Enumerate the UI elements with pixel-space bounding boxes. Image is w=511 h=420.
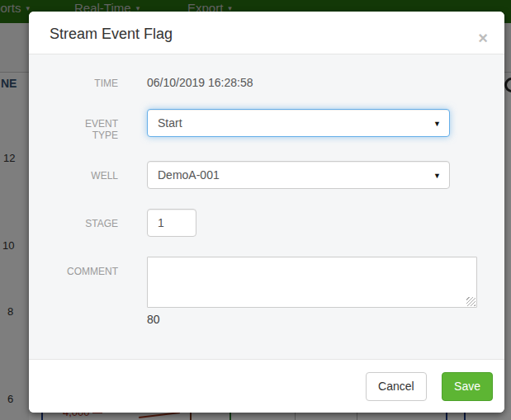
comment-row: COMMENT 80 <box>29 257 504 326</box>
comment-chars-remaining: 80 <box>147 313 477 326</box>
modal-header: Stream Event Flag × <box>29 12 504 54</box>
save-button[interactable]: Save <box>442 372 493 401</box>
comment-textarea[interactable] <box>147 257 477 308</box>
event-type-label: EVENT TYPE <box>58 109 118 141</box>
modal-body: TIME 06/10/2019 16:28:58 EVENT TYPE Star… <box>29 54 504 359</box>
well-label: WELL <box>58 161 118 182</box>
stream-event-flag-modal: Stream Event Flag × TIME 06/10/2019 16:2… <box>29 12 504 413</box>
stage-label: STAGE <box>58 209 118 229</box>
comment-label: COMMENT <box>58 257 118 277</box>
event-type-selected-value: Start <box>158 116 182 130</box>
stage-row: STAGE <box>29 209 504 237</box>
cancel-button[interactable]: Cancel <box>366 372 427 401</box>
event-type-select[interactable]: Start ▼ <box>147 109 450 137</box>
well-row: WELL DemoA-001 ▼ <box>29 161 504 189</box>
stage-input[interactable] <box>147 209 196 237</box>
modal-title: Stream Event Flag <box>50 26 173 42</box>
resize-handle[interactable] <box>466 297 476 306</box>
time-value: 06/10/2019 16:28:58 <box>147 76 253 89</box>
chevron-down-icon: ▼ <box>433 111 441 137</box>
well-select[interactable]: DemoA-001 ▼ <box>147 161 450 189</box>
time-label: TIME <box>58 76 118 89</box>
well-selected-value: DemoA-001 <box>158 168 220 182</box>
chevron-down-icon: ▼ <box>433 163 441 189</box>
close-icon[interactable]: × <box>478 30 488 46</box>
time-row: TIME 06/10/2019 16:28:58 <box>29 76 504 89</box>
event-type-row: EVENT TYPE Start ▼ <box>29 109 504 141</box>
modal-footer: Cancel Save <box>29 359 504 413</box>
